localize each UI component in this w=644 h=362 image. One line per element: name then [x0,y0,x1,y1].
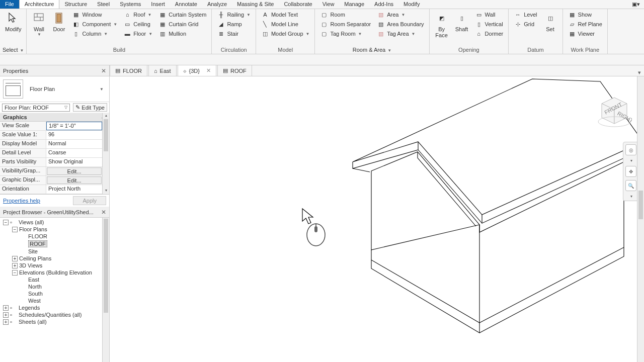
prop-edit-button[interactable]: Edit... [47,176,102,184]
menu-modify[interactable]: Modify [398,0,425,9]
door-button[interactable]: Door [49,10,69,33]
by-face-button[interactable]: ◩ByFace [432,10,452,39]
property-scrollbar[interactable]: ▴▾ [102,113,109,194]
menu-view[interactable]: View [317,0,340,9]
tree-toggle-icon[interactable]: − [3,220,9,225]
level-button[interactable]: ↔Level [512,10,539,19]
menu-file[interactable]: File [0,0,19,9]
prop-edit-button[interactable]: Edit... [47,167,102,175]
menu-steel[interactable]: Steel [92,0,115,9]
prop-value[interactable]: 96 [46,131,102,139]
menu-structure[interactable]: Structure [59,0,92,9]
nav-pan-button[interactable]: ✥ [625,166,636,177]
nav-zoom-button[interactable]: 🔍 [625,180,636,191]
stair-button[interactable]: ≣Stair [215,29,253,38]
tree-node[interactable]: Site [0,248,109,255]
tab-roof[interactable]: ▤ROOF [217,65,252,76]
tab-east[interactable]: ⌂East [148,65,177,76]
type-selector[interactable]: Floor Plan ▼ [0,76,109,102]
tree-node[interactable]: +Ceiling Plans [0,255,109,262]
tree-node[interactable]: −Elevations (Building Elevation [0,269,109,276]
component-button[interactable]: ◧Component▼ [70,20,119,29]
menu-annotate[interactable]: Annotate [170,0,202,9]
chevron-down-icon[interactable]: ▾ [630,158,632,163]
tree-node[interactable]: +▫Sheets (all) [0,318,109,325]
ceiling-button[interactable]: ▭Ceiling [121,20,154,29]
model-group-button[interactable]: ◫Model Group▼ [259,29,312,38]
show-button[interactable]: ▦Show [566,10,604,19]
tree-toggle-icon[interactable]: + [12,263,18,268]
room-separator-button[interactable]: ▢Room Separator [318,20,373,29]
mullion-button[interactable]: ▥Mullion [156,29,208,38]
tree-toggle-icon[interactable]: + [3,319,9,325]
menu-architecture[interactable]: Architecture [19,0,60,9]
menu-manage[interactable]: Manage [339,0,369,9]
model-line-button[interactable]: ╲Model Line [259,20,312,29]
tag-room-button[interactable]: ▢Tag Room▼ [318,29,373,38]
menu-analyze[interactable]: Analyze [202,0,232,9]
tag-area-button[interactable]: ▧Tag Area▼ [375,29,426,38]
curtain-system-button[interactable]: ▦Curtain System [156,10,208,19]
prop-value[interactable]: Coarse [46,149,102,157]
set-button[interactable]: ◫Set [540,10,560,33]
menu-insert[interactable]: Insert [146,0,170,9]
tree-node[interactable]: ROOF [0,240,109,248]
column-button[interactable]: ▯Column▼ [70,29,119,38]
menu-collaborate[interactable]: Collaborate [279,0,317,9]
tree-node[interactable]: North [0,283,109,290]
nav-wheel-button[interactable]: ◎ [625,144,636,155]
tabs-overflow[interactable]: ▾ [635,69,644,76]
wall-button[interactable]: Wall▼ [29,10,49,38]
tree-node[interactable]: South [0,290,109,297]
canvas-scrollbar[interactable] [637,76,644,362]
type-combo[interactable]: Floor Plan ▼ [27,83,106,95]
ramp-button[interactable]: ◢Ramp [215,20,253,29]
tree-node[interactable]: West [0,297,109,304]
tree-toggle-icon[interactable]: + [3,305,9,311]
window-button[interactable]: ▦Window [70,10,119,19]
tree-node[interactable]: +▫Legends [0,304,109,311]
room-button[interactable]: ▢Room [318,10,373,19]
model-text-button[interactable]: AModel Text [259,10,312,19]
tree-toggle-icon[interactable]: + [3,312,9,318]
tree-node[interactable]: FLOOR [0,233,109,240]
properties-close-icon[interactable]: ✕ [101,67,106,74]
modify-button[interactable]: Modify [2,10,24,33]
ref-plane-button[interactable]: ▱Ref Plane [566,20,604,29]
tab-floor[interactable]: ▤FLOOR [110,65,147,76]
railing-button[interactable]: ╫Railing▼ [215,10,253,19]
tree-node[interactable]: −Floor Plans [0,226,109,233]
prop-value[interactable]: Normal [46,140,102,148]
tree-node[interactable]: −▫Views (all) [0,219,109,226]
vertical-button[interactable]: ▯Vertical [473,20,506,29]
apply-button[interactable]: Apply [73,196,106,205]
tree-toggle-icon[interactable]: + [12,256,18,261]
prop-value[interactable]: 1/8" = 1'-0" [46,122,102,130]
roof-button[interactable]: ⌂Roof▼ [121,10,154,19]
prop-value[interactable]: Show Original [46,158,102,166]
menu-massing[interactable]: Massing & Site [232,0,279,9]
tree-node[interactable]: +▫Schedules/Quantities (all) [0,311,109,318]
view-cube[interactable]: FRONT RIGHT [592,88,632,129]
tab-close-icon[interactable]: ✕ [206,67,211,74]
chevron-down-icon[interactable]: ▾ [630,194,632,199]
browser-scrollbar[interactable] [102,218,109,362]
dormer-button[interactable]: ⌂Dormer [473,29,506,38]
property-group-header[interactable]: Graphics ⯅ [0,113,109,122]
area-boundary-button[interactable]: ▧Area Boundary [375,20,426,29]
browser-close-icon[interactable]: ✕ [101,209,106,216]
instance-filter-combo[interactable]: Floor Plan: ROOF ▽ [2,104,70,112]
edit-type-button[interactable]: ✎ Edit Type [73,103,107,112]
properties-title-bar[interactable]: Properties ✕ [0,65,109,76]
shaft-button[interactable]: ▯Shaft [452,10,472,33]
area-button[interactable]: ▧Area▼ [375,10,426,19]
tree-node[interactable]: +3D Views [0,262,109,269]
curtain-grid-button[interactable]: ▦Curtain Grid [156,20,208,29]
tab-3d[interactable]: ⟐{3D}✕ [178,65,216,76]
menu-overflow[interactable]: ▣▾ [628,0,644,9]
menu-addins[interactable]: Add-Ins [369,0,398,9]
grid-button[interactable]: ⊹Grid [512,20,539,29]
viewer-button[interactable]: ▦Viewer [566,29,604,38]
properties-help-link[interactable]: Properties help [3,198,40,204]
tree-toggle-icon[interactable]: − [12,227,18,232]
